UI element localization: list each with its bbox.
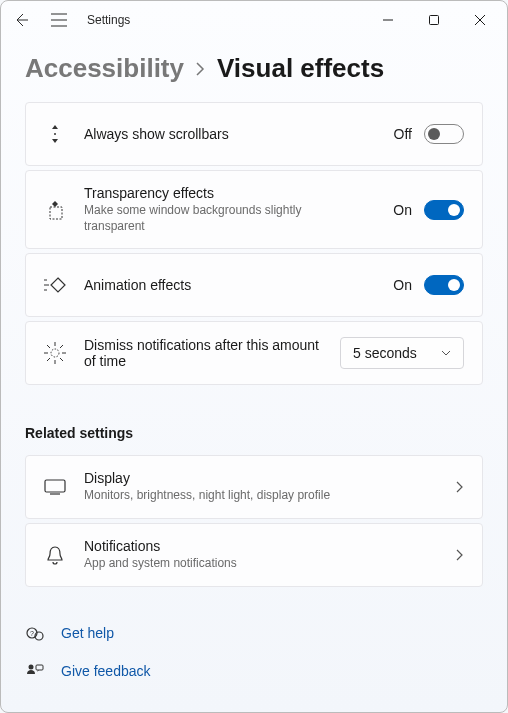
setting-title: Animation effects <box>84 277 375 293</box>
setting-title: Notifications <box>84 538 438 554</box>
svg-text:?: ? <box>30 630 34 637</box>
breadcrumb: Accessibility Visual effects <box>1 39 507 102</box>
related-settings-heading: Related settings <box>1 389 507 455</box>
chevron-right-icon <box>456 549 464 561</box>
bell-icon <box>44 544 66 566</box>
setting-description: Monitors, brightness, night light, displ… <box>84 488 438 504</box>
svg-rect-9 <box>36 665 43 670</box>
setting-dismiss-notifications: Dismiss notifications after this amount … <box>25 321 483 385</box>
give-feedback-link[interactable]: Give feedback <box>25 661 483 681</box>
window-title: Settings <box>87 13 130 27</box>
minimize-button[interactable] <box>365 4 411 36</box>
menu-button[interactable] <box>49 10 69 30</box>
svg-point-8 <box>29 665 34 670</box>
maximize-button[interactable] <box>411 4 457 36</box>
setting-description: Make some window backgrounds slightly tr… <box>84 203 314 234</box>
setting-animation: Animation effects On <box>25 253 483 317</box>
display-icon <box>44 476 66 498</box>
chevron-right-icon <box>456 481 464 493</box>
back-button[interactable] <box>11 10 31 30</box>
chevron-down-icon <box>441 350 451 356</box>
svg-point-3 <box>51 349 59 357</box>
transparency-icon <box>44 199 66 221</box>
help-icon: ? <box>25 623 45 643</box>
breadcrumb-current: Visual effects <box>217 53 384 84</box>
setting-transparency: Transparency effects Make some window ba… <box>25 170 483 249</box>
dropdown-value: 5 seconds <box>353 345 417 361</box>
svg-rect-0 <box>430 16 439 25</box>
animation-icon <box>44 274 66 296</box>
transparency-toggle[interactable] <box>424 200 464 220</box>
brightness-icon <box>44 342 66 364</box>
toggle-state-label: On <box>393 202 412 218</box>
toggle-state-label: On <box>393 277 412 293</box>
feedback-icon <box>25 661 45 681</box>
titlebar: Settings <box>1 1 507 39</box>
feedback-link-label: Give feedback <box>61 663 151 679</box>
setting-scrollbars: Always show scrollbars Off <box>25 102 483 166</box>
scrollbars-icon <box>44 123 66 145</box>
setting-title: Transparency effects <box>84 185 375 201</box>
help-link-label: Get help <box>61 625 114 641</box>
animation-toggle[interactable] <box>424 275 464 295</box>
svg-rect-2 <box>50 207 62 219</box>
get-help-link[interactable]: ? Get help <box>25 623 483 643</box>
close-button[interactable] <box>457 4 503 36</box>
setting-title: Always show scrollbars <box>84 126 376 142</box>
breadcrumb-parent[interactable]: Accessibility <box>25 53 184 84</box>
svg-point-1 <box>54 133 56 135</box>
toggle-state-label: Off <box>394 126 412 142</box>
setting-title: Display <box>84 470 438 486</box>
scrollbars-toggle[interactable] <box>424 124 464 144</box>
chevron-right-icon <box>196 62 205 76</box>
svg-rect-4 <box>45 480 65 492</box>
related-notifications[interactable]: Notifications App and system notificatio… <box>25 523 483 587</box>
related-display[interactable]: Display Monitors, brightness, night ligh… <box>25 455 483 519</box>
setting-description: App and system notifications <box>84 556 438 572</box>
setting-title: Dismiss notifications after this amount … <box>84 337 322 369</box>
dismiss-time-dropdown[interactable]: 5 seconds <box>340 337 464 369</box>
